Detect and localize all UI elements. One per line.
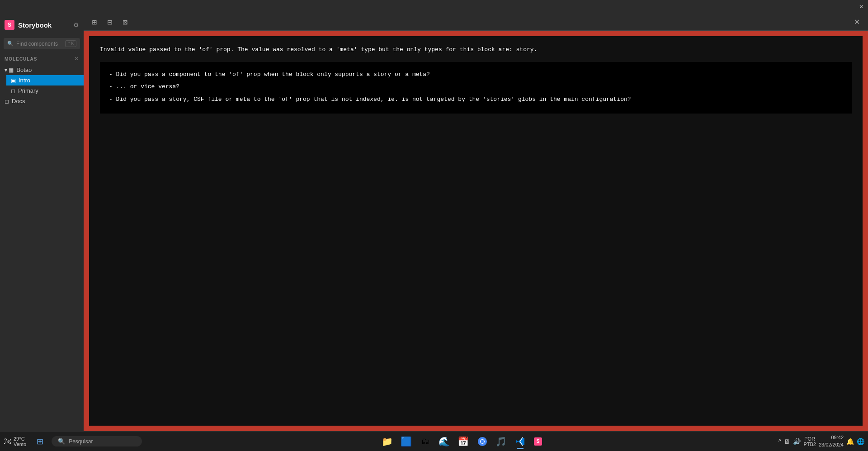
split-icon: ⊟ [107, 19, 113, 26]
error-inner: Invalid value passed to the 'of' prop. T… [89, 36, 863, 426]
windows-icon: ⊞ [37, 437, 43, 446]
clock-date: 23/02/2024 [819, 442, 844, 448]
taskbar-app-chrome[interactable] [473, 433, 491, 450]
taskbar-app-storybook[interactable]: S [530, 437, 546, 446]
grid-icon: ⊞ [92, 19, 97, 26]
panel-icon: ⊠ [123, 19, 128, 26]
sidebar-search[interactable]: 🔍 Find components ⌃K [4, 38, 80, 49]
taskbar-app-explorer[interactable]: 📁 [378, 433, 396, 450]
docs-icon: ◻ [5, 98, 9, 104]
error-bullet-2: - ... or vice versa? [109, 81, 843, 92]
taskbar-clock[interactable]: 09:42 23/02/2024 [819, 434, 844, 448]
sidebar-title: Storybook [18, 21, 52, 29]
sidebar-header: S Storybook ⚙ [0, 14, 84, 36]
weather-temp: 29°C [14, 436, 26, 442]
story-icon: ▣ [11, 77, 16, 84]
sidebar-item-botao[interactable]: ▾ ▦ Botao [0, 65, 84, 75]
sidebar-item-label: Intro [19, 77, 30, 84]
sidebar-item-docs[interactable]: ◻ Docs [0, 96, 84, 106]
notification-icon[interactable]: 🔔 [846, 438, 854, 445]
search-placeholder: Find components [16, 41, 65, 47]
taskbar-tray: ^ 🖥 🔊 PORPTB2 09:42 23/02/2024 🔔 🌐 [778, 434, 864, 448]
taskbar-weather: 🌬 29°C Vento [4, 436, 26, 447]
sidebar: S Storybook ⚙ 🔍 Find components ⌃K MOLEC… [0, 14, 84, 431]
weather-info: 29°C Vento [14, 436, 26, 447]
weather-icon: 🌬 [4, 437, 12, 446]
taskbar-app-vscode[interactable] [511, 433, 529, 450]
section-label: MOLECULAS [5, 57, 37, 62]
search-icon: 🔍 [7, 41, 14, 47]
taskbar-search-placeholder: Pesquisar [69, 438, 93, 445]
taskbar-apps: 📁 🟦 🗂 🌊 📅 🎵 S [146, 433, 778, 450]
error-header-text: Invalid value passed to the 'of' prop. T… [100, 45, 852, 55]
storybook-icon: S [534, 437, 542, 446]
volume-icon[interactable]: 🔊 [793, 438, 801, 445]
taskbar: 🌬 29°C Vento ⊞ 🔍 Pesquisar 📁 🟦 🗂 🌊 📅 🎵 [0, 431, 868, 451]
main-area: S Storybook ⚙ 🔍 Find components ⌃K MOLEC… [0, 14, 868, 431]
clock-time: 09:42 [819, 434, 844, 441]
taskbar-app-edge[interactable]: 🌊 [435, 433, 453, 450]
error-bullet-1: - Did you pass a component to the 'of' p… [109, 69, 843, 80]
taskbar-app-spotify[interactable]: 🎵 [492, 433, 510, 450]
taskbar-app-teams[interactable]: 🟦 [397, 433, 415, 450]
toolbar-close-button[interactable]: ✕ [850, 16, 863, 28]
sidebar-item-intro[interactable]: ▣ Intro [6, 75, 84, 85]
widgets-icon[interactable]: 🌐 [857, 438, 864, 445]
section-close-icon[interactable]: ✕ [74, 56, 79, 62]
toolbar-btn-1[interactable]: ⊞ [88, 16, 101, 28]
toolbar: ⊞ ⊟ ⊠ ✕ [84, 14, 868, 31]
section-header: MOLECULAS ✕ [0, 53, 84, 65]
sidebar-logo: S [5, 20, 14, 30]
component-icon: ▾ ▦ [5, 67, 14, 73]
svg-point-2 [481, 440, 484, 443]
sidebar-item-label: Botao [16, 66, 32, 73]
titlebar: ✕ [0, 0, 868, 14]
toolbar-btn-3[interactable]: ⊠ [119, 16, 132, 28]
taskbar-app-calendar[interactable]: 📅 [454, 433, 472, 450]
sidebar-item-label: Docs [12, 98, 25, 104]
language-indicator[interactable]: PORPTB2 [803, 436, 816, 447]
taskbar-app-files[interactable]: 🗂 [416, 433, 434, 450]
taskbar-start-button[interactable]: ⊞ [32, 433, 48, 450]
weather-condition: Vento [14, 442, 26, 447]
search-shortcut: ⌃K [65, 40, 76, 47]
gear-icon[interactable]: ⚙ [73, 21, 79, 28]
toolbar-btn-2[interactable]: ⊟ [104, 16, 116, 28]
close-button[interactable]: ✕ [858, 4, 864, 10]
error-body: - Did you pass a component to the 'of' p… [100, 62, 852, 114]
story-icon: ◻ [11, 88, 15, 94]
taskbar-search-box[interactable]: 🔍 Pesquisar [52, 436, 142, 446]
network-icon[interactable]: 🖥 [784, 438, 790, 445]
sidebar-item-primary[interactable]: ◻ Primary [6, 85, 84, 96]
taskbar-search-icon: 🔍 [58, 438, 65, 445]
tray-expand-icon[interactable]: ^ [778, 438, 782, 445]
error-frame: Invalid value passed to the 'of' prop. T… [84, 31, 868, 431]
error-bullet-3: - Did you pass a story, CSF file or meta… [109, 94, 843, 104]
sidebar-item-label: Primary [18, 87, 38, 94]
content-area: ⊞ ⊟ ⊠ ✕ Invalid value passed to the 'of'… [84, 14, 868, 431]
